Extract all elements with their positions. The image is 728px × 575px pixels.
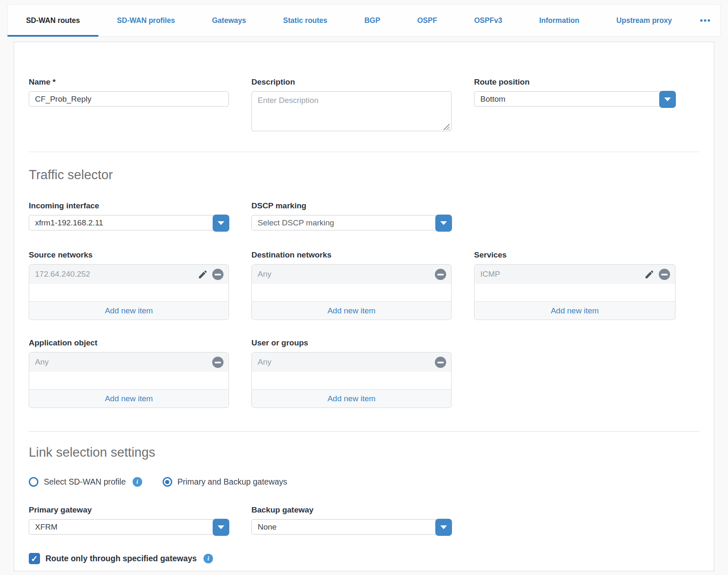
chevron-down-icon [218, 221, 224, 225]
name-field-group: Name * [29, 78, 229, 107]
dropdown-button[interactable] [435, 215, 452, 232]
dscp-marking-field-group: DSCP marking Select DSCP marking [251, 201, 452, 230]
dropdown-button[interactable] [213, 215, 229, 232]
backup-gateway-label: Backup gateway [251, 505, 452, 515]
checkbox-checked-icon[interactable]: ✓ [29, 553, 40, 564]
list-item: Any [252, 352, 451, 372]
list-empty-area [474, 284, 675, 301]
remove-icon[interactable] [212, 357, 223, 368]
networks-services-row: Source networks 172.64.240.252 Add new i… [29, 250, 699, 320]
route-only-checkbox-label: Route only through specified gateways [45, 554, 197, 563]
application-users-row: Application object Any Add new item User… [29, 338, 699, 408]
backup-gateway-group: Backup gateway None [251, 505, 452, 535]
destination-networks-group: Destination networks Any Add new item [251, 250, 452, 320]
general-fields-row: Name * Description Route position Bottom [29, 78, 699, 133]
dropdown-button[interactable] [435, 519, 452, 536]
radio-label: Primary and Backup gateways [178, 477, 287, 487]
remove-icon[interactable] [659, 269, 670, 280]
add-new-item-button[interactable]: Add new item [474, 301, 675, 320]
route-only-checkbox-row: ✓ Route only through specified gateways … [29, 553, 699, 564]
remove-icon[interactable] [435, 357, 446, 368]
gateways-row: Primary gateway XFRM Backup gateway None [29, 505, 699, 535]
interface-dscp-row: Incoming interface xfrm1-192.168.2.11 DS… [29, 201, 699, 230]
tab-ospf[interactable]: OSPF [399, 5, 456, 36]
user-or-groups-list: Any Add new item [251, 352, 452, 408]
description-field-group: Description [251, 78, 452, 133]
primary-gateway-select[interactable]: XFRM [29, 519, 229, 535]
list-item-text: Any [35, 358, 212, 367]
traffic-selector-heading: Traffic selector [29, 168, 699, 182]
description-label: Description [251, 78, 452, 87]
destination-networks-label: Destination networks [251, 250, 452, 260]
list-item: ICMP [474, 265, 675, 284]
list-item-text: Any [258, 358, 435, 367]
application-object-list: Any Add new item [29, 352, 229, 408]
dropdown-button[interactable] [213, 519, 229, 536]
route-position-select[interactable]: Bottom [474, 91, 675, 107]
incoming-interface-select[interactable]: xfrm1-192.168.2.11 [29, 215, 229, 230]
list-empty-area [252, 372, 451, 389]
source-networks-group: Source networks 172.64.240.252 Add new i… [29, 250, 229, 320]
dscp-marking-label: DSCP marking [251, 201, 452, 210]
list-empty-area [252, 284, 451, 301]
tab-ospfv3[interactable]: OSPFv3 [456, 5, 521, 36]
sdwan-route-form-panel: Name * Description Route position Bottom… [14, 42, 714, 571]
name-input[interactable] [29, 91, 229, 107]
divider [29, 431, 699, 432]
backup-gateway-value: None [258, 522, 276, 532]
list-item-text: Any [258, 270, 435, 279]
tab-sdwan-profiles[interactable]: SD-WAN profiles [98, 5, 193, 36]
primary-gateway-label: Primary gateway [29, 505, 229, 515]
link-selection-radio-row: Select SD-WAN profile i Primary and Back… [29, 477, 699, 487]
route-position-value: Bottom [480, 95, 505, 104]
radio-icon[interactable] [29, 477, 38, 487]
tab-gateways[interactable]: Gateways [193, 5, 265, 36]
tab-bgp[interactable]: BGP [346, 5, 399, 36]
services-group: Services ICMP Add new item [474, 250, 675, 320]
radio-icon-selected[interactable] [163, 477, 172, 487]
list-item: Any [29, 352, 228, 372]
backup-gateway-select[interactable]: None [251, 519, 452, 535]
add-new-item-button[interactable]: Add new item [252, 389, 451, 408]
chevron-down-icon [218, 525, 224, 529]
radio-primary-backup-gateways[interactable]: Primary and Backup gateways [163, 477, 287, 487]
route-position-label: Route position [474, 78, 675, 87]
source-networks-list: 172.64.240.252 Add new item [29, 264, 229, 320]
remove-icon[interactable] [212, 269, 223, 280]
dropdown-button[interactable] [659, 91, 676, 108]
list-item: Any [252, 265, 451, 284]
incoming-interface-field-group: Incoming interface xfrm1-192.168.2.11 [29, 201, 229, 230]
tab-static-routes[interactable]: Static routes [265, 5, 346, 36]
add-new-item-button[interactable]: Add new item [252, 301, 451, 320]
list-item-text: 172.64.240.252 [35, 270, 198, 279]
primary-gateway-group: Primary gateway XFRM [29, 505, 229, 535]
info-icon[interactable]: i [133, 477, 142, 487]
destination-networks-list: Any Add new item [251, 264, 452, 320]
tab-sdwan-routes[interactable]: SD-WAN routes [8, 5, 98, 36]
dscp-marking-select[interactable]: Select DSCP marking [251, 215, 452, 230]
tab-upstream-proxy[interactable]: Upstream proxy [598, 5, 690, 36]
radio-select-sdwan-profile[interactable]: Select SD-WAN profile [29, 477, 126, 487]
add-new-item-button[interactable]: Add new item [29, 301, 228, 320]
edit-icon[interactable] [198, 269, 208, 280]
list-empty-area [29, 284, 228, 301]
description-textarea[interactable] [251, 91, 452, 131]
edit-icon[interactable] [644, 269, 655, 280]
source-networks-label: Source networks [29, 250, 229, 260]
radio-label: Select SD-WAN profile [44, 477, 126, 487]
dscp-marking-value: Select DSCP marking [258, 218, 334, 228]
services-list: ICMP Add new item [474, 264, 675, 320]
link-selection-heading: Link selection settings [29, 445, 699, 460]
incoming-interface-value: xfrm1-192.168.2.11 [35, 218, 103, 228]
add-new-item-button[interactable]: Add new item [29, 389, 228, 408]
list-item: 172.64.240.252 [29, 265, 228, 284]
tab-information[interactable]: Information [521, 5, 598, 36]
user-or-groups-group: User or groups Any Add new item [251, 338, 452, 408]
application-object-label: Application object [29, 338, 229, 348]
chevron-down-icon [440, 525, 447, 529]
incoming-interface-label: Incoming interface [29, 201, 229, 210]
chevron-down-icon [664, 98, 671, 101]
remove-icon[interactable] [435, 269, 446, 280]
more-tabs-button[interactable]: ••• [690, 5, 720, 36]
info-icon[interactable]: i [203, 554, 213, 563]
